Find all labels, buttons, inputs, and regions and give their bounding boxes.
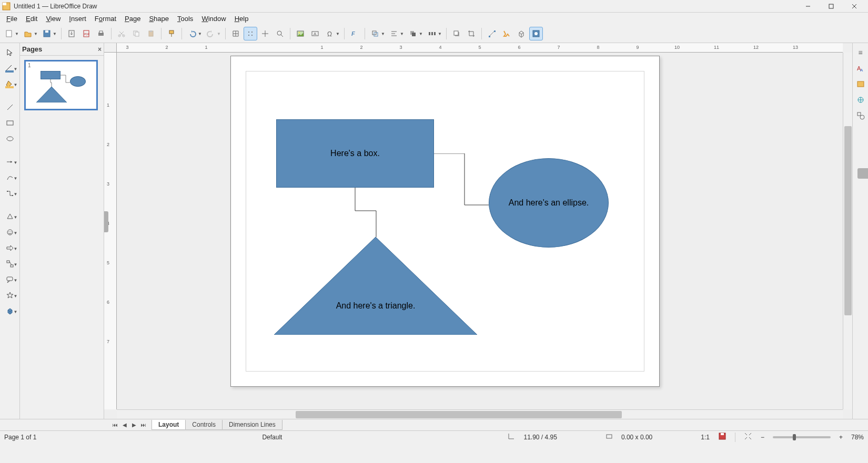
shape-triangle[interactable]: And here's a triangle. bbox=[274, 237, 477, 335]
tab-controls[interactable]: Controls bbox=[185, 420, 223, 430]
3d-objects-tool[interactable]: ▼ bbox=[2, 305, 18, 317]
cut-button[interactable] bbox=[115, 27, 128, 40]
connector-tool[interactable]: ▼ bbox=[2, 187, 18, 200]
status-zoom[interactable]: 78% bbox=[851, 434, 864, 441]
svg-rect-66 bbox=[7, 277, 13, 281]
undo-button[interactable]: ▼ bbox=[185, 27, 199, 40]
menu-view[interactable]: View bbox=[42, 14, 65, 24]
new-button[interactable]: ▼ bbox=[2, 27, 16, 40]
glue-points-button[interactable] bbox=[500, 27, 513, 40]
save-button[interactable]: ▼ bbox=[40, 27, 54, 40]
print-button[interactable] bbox=[94, 27, 108, 40]
toggle-extrusion-button[interactable] bbox=[514, 27, 528, 40]
draw-functions-button[interactable] bbox=[529, 27, 543, 40]
symbol-shapes-tool[interactable]: ▼ bbox=[2, 226, 18, 239]
clone-formatting-button[interactable] bbox=[165, 27, 178, 40]
menu-help[interactable]: Help bbox=[230, 14, 253, 24]
basic-shapes-tool[interactable]: ▼ bbox=[2, 210, 18, 223]
page[interactable]: Here's a box. And here's an ellipse. And… bbox=[230, 56, 660, 387]
insert-textbox-button[interactable]: A bbox=[308, 27, 322, 40]
close-button[interactable] bbox=[843, 1, 866, 12]
copy-button[interactable] bbox=[129, 27, 143, 40]
select-tool[interactable] bbox=[2, 46, 18, 59]
zoom-slider[interactable] bbox=[773, 436, 831, 438]
horizontal-scrollbar[interactable] bbox=[117, 409, 843, 419]
sidebar-styles-icon[interactable]: AA bbox=[855, 63, 866, 74]
canvas[interactable]: 3 2 1 1 2 3 4 5 6 7 8 9 10 11 12 13 1 2 … bbox=[104, 43, 852, 419]
sidebar-properties-icon[interactable]: ≡ bbox=[855, 47, 866, 58]
shape-triangle-text: And here's a triangle. bbox=[274, 301, 477, 311]
arrow-tool[interactable]: ▼ bbox=[2, 156, 18, 168]
menu-tools[interactable]: Tools bbox=[173, 14, 197, 24]
menu-format[interactable]: Format bbox=[90, 14, 120, 24]
fontwork-button[interactable]: F bbox=[348, 27, 361, 40]
vertical-scrollbar[interactable] bbox=[843, 53, 852, 409]
callout-tool[interactable]: ▼ bbox=[2, 273, 18, 286]
helplines-button[interactable] bbox=[258, 27, 272, 40]
line-tool[interactable] bbox=[2, 101, 18, 114]
fit-page-icon[interactable] bbox=[744, 432, 752, 442]
page-thumbnail[interactable]: 1 bbox=[24, 60, 98, 110]
menu-page[interactable]: Page bbox=[120, 14, 145, 24]
maximize-button[interactable] bbox=[820, 1, 843, 12]
svg-rect-16 bbox=[134, 31, 137, 35]
shadow-button[interactable] bbox=[450, 27, 463, 40]
horizontal-ruler[interactable]: 3 2 1 1 2 3 4 5 6 7 8 9 10 11 12 13 bbox=[117, 43, 843, 53]
sidebar-shapes-icon[interactable] bbox=[855, 110, 866, 121]
transformations-button[interactable]: ▼ bbox=[368, 27, 382, 40]
menu-window[interactable]: Window bbox=[197, 14, 230, 24]
tab-nav-prev[interactable]: ◀ bbox=[120, 422, 129, 428]
flowchart-tool[interactable]: ▼ bbox=[2, 258, 18, 270]
open-button[interactable]: ▼ bbox=[21, 27, 35, 40]
svg-text:Ω: Ω bbox=[327, 30, 332, 38]
line-color-tool[interactable]: ▼ bbox=[2, 62, 18, 75]
tab-nav-next[interactable]: ▶ bbox=[129, 422, 139, 428]
zoom-slider-handle[interactable] bbox=[793, 434, 796, 440]
menu-shape[interactable]: Shape bbox=[145, 14, 173, 24]
fill-color-tool[interactable]: ▼ bbox=[2, 78, 18, 90]
stars-tool[interactable]: ▼ bbox=[2, 289, 18, 302]
status-style[interactable]: Default bbox=[262, 434, 282, 441]
rectangle-tool[interactable] bbox=[2, 117, 18, 129]
tab-nav-first[interactable]: ⏮ bbox=[110, 422, 120, 428]
export-pdf-button[interactable]: PDF bbox=[79, 27, 93, 40]
snap-to-grid-button[interactable] bbox=[244, 27, 257, 40]
status-scale[interactable]: 1:1 bbox=[701, 434, 710, 441]
zoom-out-button[interactable]: − bbox=[761, 434, 764, 441]
horizontal-scrollbar-thumb[interactable] bbox=[296, 411, 622, 418]
sidebar-gallery-icon[interactable] bbox=[855, 79, 866, 89]
curve-tool[interactable]: ▼ bbox=[2, 171, 18, 184]
minimize-button[interactable] bbox=[796, 1, 820, 12]
menu-file[interactable]: File bbox=[2, 14, 22, 24]
tab-dimension-lines[interactable]: Dimension Lines bbox=[222, 420, 282, 430]
svg-text:F: F bbox=[351, 30, 355, 37]
menu-edit[interactable]: Edit bbox=[22, 14, 42, 24]
toggle-point-edit-button[interactable] bbox=[485, 27, 499, 40]
save-status-icon[interactable] bbox=[718, 432, 726, 442]
shape-box[interactable]: Here's a box. bbox=[276, 119, 434, 188]
export-button[interactable] bbox=[65, 27, 78, 40]
insert-special-char-button[interactable]: Ω▼ bbox=[323, 27, 337, 40]
distribute-button[interactable]: ▼ bbox=[425, 27, 439, 40]
block-arrows-tool[interactable]: ▼ bbox=[2, 242, 18, 254]
insert-image-button[interactable] bbox=[294, 27, 307, 40]
vertical-scrollbar-thumb[interactable] bbox=[844, 126, 852, 315]
sidebar-navigator-icon[interactable] bbox=[855, 95, 866, 105]
ellipse-tool[interactable] bbox=[2, 132, 18, 145]
tab-layout[interactable]: Layout bbox=[152, 420, 186, 430]
arrange-button[interactable]: ▼ bbox=[406, 27, 420, 40]
crop-button[interactable] bbox=[465, 27, 478, 40]
panel-expand-right-handle[interactable] bbox=[857, 168, 868, 179]
pages-panel-close-icon[interactable]: × bbox=[98, 46, 102, 53]
align-button[interactable]: ▼ bbox=[387, 27, 401, 40]
zoom-in-button[interactable]: + bbox=[839, 434, 843, 441]
paste-button[interactable] bbox=[144, 27, 158, 40]
panel-expand-left-handle[interactable] bbox=[104, 211, 108, 232]
tab-nav-last[interactable]: ⏭ bbox=[139, 422, 148, 428]
svg-rect-71 bbox=[857, 112, 861, 116]
redo-button[interactable]: ▼ bbox=[204, 27, 218, 40]
menu-insert[interactable]: Insert bbox=[65, 14, 90, 24]
zoom-button[interactable] bbox=[273, 27, 287, 40]
grid-button[interactable] bbox=[229, 27, 243, 40]
shape-ellipse[interactable]: And here's an ellipse. bbox=[489, 158, 609, 248]
